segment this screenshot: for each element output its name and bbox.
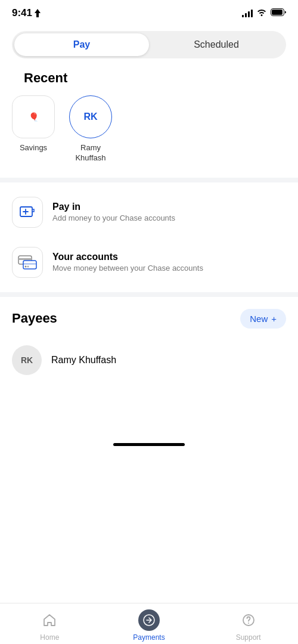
home-indicator [113, 443, 185, 446]
nav-payments[interactable]: Payments [100, 609, 199, 642]
payee-item-ramy[interactable]: RK Ramy Khuffash [12, 340, 286, 380]
savings-label: Savings [20, 143, 47, 153]
pay-in-icon [18, 203, 36, 221]
payments-icon [138, 609, 160, 631]
bottom-nav: Home Payments Support [0, 603, 298, 644]
scheduled-tab[interactable]: Scheduled [149, 33, 284, 56]
segmented-control: Pay Scheduled [12, 31, 286, 58]
divider-2 [0, 292, 298, 297]
recent-item-ramy[interactable]: RK RamyKhuffash [69, 95, 112, 163]
wifi-icon [256, 8, 267, 18]
support-label: Support [236, 633, 261, 642]
payments-label: Payments [133, 633, 164, 642]
recent-item-savings[interactable]: 🎈 Savings [12, 95, 55, 163]
home-icon [39, 609, 60, 631]
status-time: 9:41 [12, 7, 41, 19]
menu-section: Pay in Add money to your Chase accounts … [0, 182, 298, 292]
status-icons [242, 8, 286, 18]
ramy-avatar: RK [69, 95, 112, 138]
payee-name-ramy: Ramy Khuffash [51, 355, 116, 366]
svg-point-7 [25, 265, 27, 267]
svg-rect-4 [18, 258, 32, 260]
payees-section: Payees New + RK Ramy Khuffash [0, 297, 298, 380]
pay-in-icon-box [12, 197, 43, 228]
accounts-icon-box [12, 247, 43, 278]
svg-point-11 [248, 623, 249, 624]
nav-home[interactable]: Home [0, 609, 100, 642]
accounts-icon [17, 255, 38, 270]
payee-avatar-ramy: RK [12, 345, 42, 375]
recent-items: 🎈 Savings RK RamyKhuffash [12, 95, 286, 178]
svg-rect-1 [272, 10, 283, 15]
your-accounts-item[interactable]: Your accounts Move money between your Ch… [0, 237, 298, 287]
accounts-subtitle: Move money between your Chase accounts [52, 264, 203, 273]
pay-tab[interactable]: Pay [14, 33, 149, 56]
nav-support[interactable]: Support [198, 609, 298, 642]
new-payee-button[interactable]: New + [240, 309, 286, 329]
savings-avatar: 🎈 [12, 95, 55, 138]
pay-in-title: Pay in [52, 202, 175, 212]
ramy-label: RamyKhuffash [75, 143, 105, 163]
payees-header: Payees New + [12, 309, 286, 329]
divider-1 [0, 178, 298, 182]
svg-rect-6 [23, 263, 36, 265]
pay-in-item[interactable]: Pay in Add money to your Chase accounts [0, 187, 298, 237]
pay-in-subtitle: Add money to your Chase accounts [52, 213, 175, 222]
recent-title: Recent [12, 70, 286, 95]
payees-title: Payees [12, 311, 57, 326]
accounts-text: Your accounts Move money between your Ch… [52, 252, 203, 273]
pay-in-text: Pay in Add money to your Chase accounts [52, 202, 175, 222]
battery-icon [271, 8, 286, 18]
status-bar: 9:41 [0, 0, 298, 24]
support-icon [238, 609, 259, 631]
signal-icon [242, 9, 253, 17]
home-label: Home [40, 633, 59, 642]
accounts-title: Your accounts [52, 252, 203, 262]
svg-point-8 [27, 265, 29, 267]
recent-section: Recent 🎈 Savings RK RamyKhuffash [0, 70, 298, 178]
